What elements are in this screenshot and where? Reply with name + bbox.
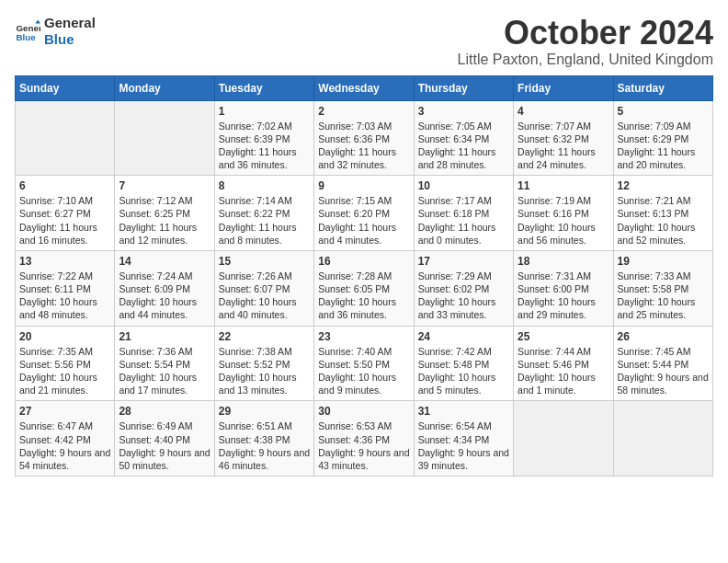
- day-number: 20: [19, 330, 110, 343]
- cell-info: Sunrise: 7:29 AMSunset: 6:02 PMDaylight:…: [418, 270, 509, 322]
- cell-info: Sunrise: 7:24 AMSunset: 6:09 PMDaylight:…: [119, 270, 210, 322]
- calendar-cell: 30Sunrise: 6:53 AMSunset: 4:36 PMDayligh…: [314, 401, 414, 477]
- calendar-cell: 22Sunrise: 7:38 AMSunset: 5:52 PMDayligh…: [214, 326, 313, 401]
- cell-info: Sunrise: 7:05 AMSunset: 6:34 PMDaylight:…: [418, 120, 509, 172]
- header-wednesday: Wednesday: [314, 75, 414, 100]
- cell-info: Sunrise: 7:12 AMSunset: 6:25 PMDaylight:…: [119, 194, 210, 247]
- header-saturday: Saturday: [613, 75, 712, 100]
- day-number: 11: [518, 179, 609, 192]
- logo-line2: Blue: [44, 31, 96, 48]
- day-number: 31: [418, 405, 509, 418]
- calendar-cell: 11Sunrise: 7:19 AMSunset: 6:16 PMDayligh…: [514, 176, 613, 251]
- calendar-cell: 15Sunrise: 7:26 AMSunset: 6:07 PMDayligh…: [214, 250, 313, 326]
- logo-line1: General: [44, 15, 96, 31]
- day-number: 4: [518, 105, 609, 118]
- day-number: 12: [618, 179, 709, 192]
- calendar-cell: 23Sunrise: 7:40 AMSunset: 5:50 PMDayligh…: [314, 326, 414, 401]
- calendar-week-row: 27Sunrise: 6:47 AMSunset: 4:42 PMDayligh…: [16, 401, 713, 477]
- cell-info: Sunrise: 7:36 AMSunset: 5:54 PMDaylight:…: [119, 345, 210, 397]
- day-number: 3: [418, 105, 509, 118]
- calendar-cell: 25Sunrise: 7:44 AMSunset: 5:46 PMDayligh…: [514, 326, 613, 401]
- cell-info: Sunrise: 7:44 AMSunset: 5:46 PMDaylight:…: [518, 345, 609, 397]
- svg-marker-2: [35, 19, 40, 23]
- day-number: 28: [119, 405, 210, 418]
- cell-info: Sunrise: 7:02 AMSunset: 6:39 PMDaylight:…: [219, 120, 310, 172]
- day-number: 17: [418, 255, 509, 268]
- calendar-cell: 7Sunrise: 7:12 AMSunset: 6:25 PMDaylight…: [115, 176, 214, 251]
- header-sunday: Sunday: [16, 75, 115, 100]
- header-thursday: Thursday: [414, 75, 513, 100]
- calendar-cell: 12Sunrise: 7:21 AMSunset: 6:13 PMDayligh…: [613, 176, 712, 251]
- logo-icon: General Blue: [15, 18, 40, 44]
- calendar-cell: [613, 401, 712, 477]
- cell-info: Sunrise: 7:35 AMSunset: 5:56 PMDaylight:…: [19, 345, 110, 397]
- svg-text:Blue: Blue: [16, 32, 36, 42]
- cell-info: Sunrise: 7:10 AMSunset: 6:27 PMDaylight:…: [19, 194, 110, 247]
- calendar-cell: 9Sunrise: 7:15 AMSunset: 6:20 PMDaylight…: [314, 176, 414, 251]
- cell-info: Sunrise: 6:51 AMSunset: 4:38 PMDaylight:…: [219, 419, 310, 472]
- day-number: 24: [418, 330, 509, 343]
- calendar-cell: 4Sunrise: 7:07 AMSunset: 6:32 PMDaylight…: [514, 100, 613, 176]
- day-number: 2: [318, 105, 409, 118]
- cell-info: Sunrise: 7:40 AMSunset: 5:50 PMDaylight:…: [318, 345, 409, 397]
- cell-info: Sunrise: 7:17 AMSunset: 6:18 PMDaylight:…: [418, 194, 509, 247]
- day-number: 5: [618, 105, 709, 118]
- calendar-cell: 2Sunrise: 7:03 AMSunset: 6:36 PMDaylight…: [314, 100, 414, 176]
- title-area: October 2024 Little Paxton, England, Uni…: [458, 15, 713, 68]
- day-number: 6: [19, 179, 110, 192]
- calendar-cell: 24Sunrise: 7:42 AMSunset: 5:48 PMDayligh…: [414, 326, 513, 401]
- day-number: 21: [119, 330, 210, 343]
- day-number: 26: [618, 330, 709, 343]
- day-number: 8: [219, 179, 310, 192]
- calendar-cell: 6Sunrise: 7:10 AMSunset: 6:27 PMDaylight…: [16, 176, 115, 251]
- day-number: 7: [119, 179, 210, 192]
- cell-info: Sunrise: 7:19 AMSunset: 6:16 PMDaylight:…: [518, 194, 609, 247]
- day-number: 30: [318, 405, 409, 418]
- header-tuesday: Tuesday: [214, 75, 313, 100]
- cell-info: Sunrise: 7:42 AMSunset: 5:48 PMDaylight:…: [418, 345, 509, 397]
- logo: General Blue General Blue: [15, 15, 96, 48]
- calendar-cell: 21Sunrise: 7:36 AMSunset: 5:54 PMDayligh…: [115, 326, 214, 401]
- calendar-cell: 17Sunrise: 7:29 AMSunset: 6:02 PMDayligh…: [414, 250, 513, 326]
- day-number: 16: [318, 255, 409, 268]
- calendar-week-row: 13Sunrise: 7:22 AMSunset: 6:11 PMDayligh…: [16, 250, 713, 326]
- day-number: 9: [318, 179, 409, 192]
- calendar-cell: 10Sunrise: 7:17 AMSunset: 6:18 PMDayligh…: [414, 176, 513, 251]
- header-monday: Monday: [115, 75, 214, 100]
- cell-info: Sunrise: 6:47 AMSunset: 4:42 PMDaylight:…: [19, 419, 110, 472]
- cell-info: Sunrise: 7:21 AMSunset: 6:13 PMDaylight:…: [618, 194, 709, 247]
- cell-info: Sunrise: 7:03 AMSunset: 6:36 PMDaylight:…: [318, 120, 409, 172]
- day-number: 18: [518, 255, 609, 268]
- calendar-cell: [514, 401, 613, 477]
- cell-info: Sunrise: 6:54 AMSunset: 4:34 PMDaylight:…: [418, 419, 509, 472]
- calendar-cell: 20Sunrise: 7:35 AMSunset: 5:56 PMDayligh…: [16, 326, 115, 401]
- day-number: 14: [119, 255, 210, 268]
- day-number: 13: [19, 255, 110, 268]
- day-number: 22: [219, 330, 310, 343]
- page-header: General Blue General Blue October 2024 L…: [15, 15, 713, 68]
- cell-info: Sunrise: 7:07 AMSunset: 6:32 PMDaylight:…: [518, 120, 609, 172]
- day-number: 27: [19, 405, 110, 418]
- calendar-cell: 27Sunrise: 6:47 AMSunset: 4:42 PMDayligh…: [16, 401, 115, 477]
- calendar-cell: 3Sunrise: 7:05 AMSunset: 6:34 PMDaylight…: [414, 100, 513, 176]
- cell-info: Sunrise: 7:26 AMSunset: 6:07 PMDaylight:…: [219, 270, 310, 322]
- day-number: 10: [418, 179, 509, 192]
- calendar-cell: [16, 100, 115, 176]
- calendar-table: SundayMondayTuesdayWednesdayThursdayFrid…: [15, 75, 713, 477]
- cell-info: Sunrise: 7:28 AMSunset: 6:05 PMDaylight:…: [318, 270, 409, 322]
- cell-info: Sunrise: 7:38 AMSunset: 5:52 PMDaylight:…: [219, 345, 310, 397]
- calendar-cell: [115, 100, 214, 176]
- calendar-cell: 13Sunrise: 7:22 AMSunset: 6:11 PMDayligh…: [16, 250, 115, 326]
- calendar-cell: 29Sunrise: 6:51 AMSunset: 4:38 PMDayligh…: [214, 401, 313, 477]
- location-title: Little Paxton, England, United Kingdom: [458, 52, 713, 68]
- day-number: 19: [618, 255, 709, 268]
- cell-info: Sunrise: 7:14 AMSunset: 6:22 PMDaylight:…: [219, 194, 310, 247]
- day-number: 23: [318, 330, 409, 343]
- calendar-cell: 31Sunrise: 6:54 AMSunset: 4:34 PMDayligh…: [414, 401, 513, 477]
- calendar-week-row: 1Sunrise: 7:02 AMSunset: 6:39 PMDaylight…: [16, 100, 713, 176]
- calendar-cell: 8Sunrise: 7:14 AMSunset: 6:22 PMDaylight…: [214, 176, 313, 251]
- cell-info: Sunrise: 7:22 AMSunset: 6:11 PMDaylight:…: [19, 270, 110, 322]
- day-number: 29: [219, 405, 310, 418]
- calendar-cell: 19Sunrise: 7:33 AMSunset: 5:58 PMDayligh…: [613, 250, 712, 326]
- day-number: 1: [219, 105, 310, 118]
